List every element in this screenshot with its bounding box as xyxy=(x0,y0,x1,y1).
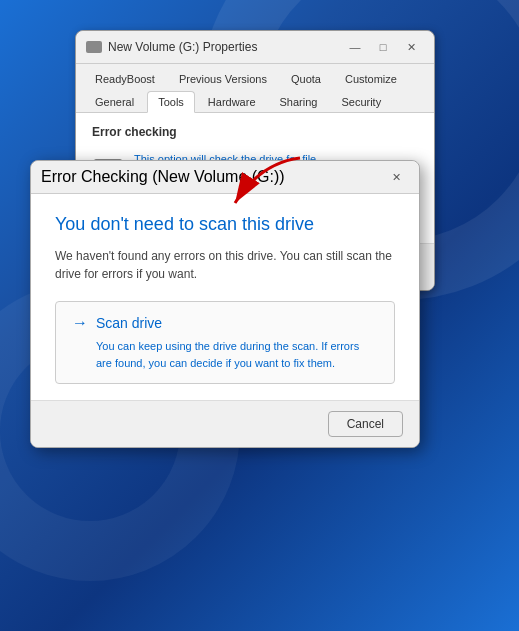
tab-quota[interactable]: Quota xyxy=(280,68,332,89)
error-checking-title: Error Checking (New Volume (G:)) xyxy=(41,168,285,186)
error-checking-label: Error checking xyxy=(92,125,418,139)
dialog-description: We haven't found any errors on this driv… xyxy=(55,247,395,283)
drive-icon xyxy=(86,41,102,53)
maximize-button[interactable]: □ xyxy=(370,37,396,57)
scan-drive-label: Scan drive xyxy=(96,315,162,331)
dialog-cancel-button[interactable]: Cancel xyxy=(328,411,403,437)
tab-general[interactable]: General xyxy=(84,91,145,112)
error-checking-dialog: Error Checking (New Volume (G:)) ✕ You d… xyxy=(30,160,420,448)
tab-readyboost[interactable]: ReadyBoost xyxy=(84,68,166,89)
scan-drive-description: You can keep using the drive during the … xyxy=(72,338,378,371)
tab-tools[interactable]: Tools xyxy=(147,91,195,113)
tab-sharing[interactable]: Sharing xyxy=(269,91,329,112)
dialog-heading: You don't need to scan this drive xyxy=(55,214,395,235)
scan-drive-arrow-icon: → xyxy=(72,314,88,332)
dialog-footer: Cancel xyxy=(31,400,419,447)
dialog-close-button[interactable]: ✕ xyxy=(383,167,409,187)
close-button[interactable]: ✕ xyxy=(398,37,424,57)
properties-tabs: ReadyBoost Previous Versions Quota Custo… xyxy=(76,64,434,113)
properties-title: New Volume (G:) Properties xyxy=(86,40,257,54)
tab-hardware[interactable]: Hardware xyxy=(197,91,267,112)
minimize-button[interactable]: — xyxy=(342,37,368,57)
properties-title-text: New Volume (G:) Properties xyxy=(108,40,257,54)
titlebar-controls: — □ ✕ xyxy=(342,37,424,57)
tab-customize[interactable]: Customize xyxy=(334,68,408,89)
properties-titlebar: New Volume (G:) Properties — □ ✕ xyxy=(76,31,434,64)
scan-drive-box[interactable]: → Scan drive You can keep using the driv… xyxy=(55,301,395,384)
error-checking-body: You don't need to scan this drive We hav… xyxy=(31,194,419,400)
error-checking-titlebar: Error Checking (New Volume (G:)) ✕ xyxy=(31,161,419,194)
scan-drive-link[interactable]: → Scan drive xyxy=(72,314,378,332)
tab-previous-versions[interactable]: Previous Versions xyxy=(168,68,278,89)
tab-security[interactable]: Security xyxy=(330,91,392,112)
